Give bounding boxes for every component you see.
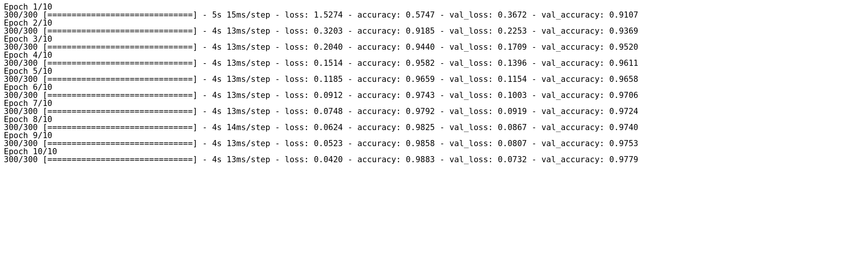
epoch-header: Epoch 5/10 (4, 67, 864, 75)
epoch-header: Epoch 7/10 (4, 99, 864, 108)
epoch-progress-line: 300/300 [==============================]… (4, 124, 864, 132)
epoch-header: Epoch 3/10 (4, 35, 864, 43)
epoch-header: Epoch 10/10 (4, 148, 864, 156)
epoch-progress-line: 300/300 [==============================]… (4, 27, 864, 35)
epoch-header: Epoch 1/10 (4, 3, 864, 11)
epoch-progress-line: 300/300 [==============================]… (4, 91, 864, 99)
epoch-header: Epoch 6/10 (4, 83, 864, 91)
training-log-output: Epoch 1/10300/300 [=====================… (0, 0, 868, 167)
epoch-progress-line: 300/300 [==============================]… (4, 108, 864, 116)
epoch-progress-line: 300/300 [==============================]… (4, 11, 864, 19)
epoch-header: Epoch 2/10 (4, 19, 864, 27)
epoch-progress-line: 300/300 [==============================]… (4, 156, 864, 164)
epoch-header: Epoch 9/10 (4, 132, 864, 140)
epoch-progress-line: 300/300 [==============================]… (4, 140, 864, 148)
epoch-progress-line: 300/300 [==============================]… (4, 59, 864, 67)
epoch-progress-line: 300/300 [==============================]… (4, 75, 864, 83)
epoch-header: Epoch 4/10 (4, 51, 864, 59)
epoch-progress-line: 300/300 [==============================]… (4, 43, 864, 51)
epoch-header: Epoch 8/10 (4, 116, 864, 124)
